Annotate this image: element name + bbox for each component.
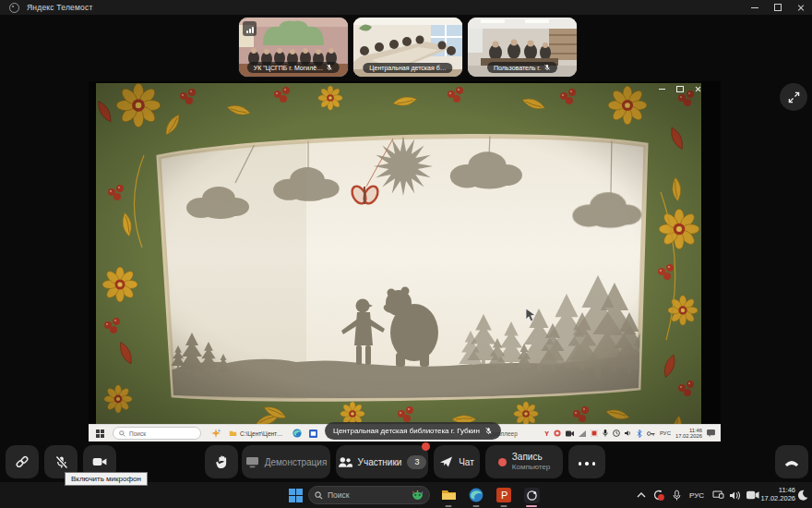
participant-thumb-2[interactable]: Центральная детская б… [353, 18, 462, 77]
record-target-label: Компьютер [512, 462, 550, 472]
folder-icon [229, 429, 237, 437]
clock[interactable]: 11:46 17.02.2026 [760, 482, 795, 508]
language-indicator[interactable]: РУС [685, 482, 709, 508]
remote-open-folder-label: С:\Цент\Цент… [240, 430, 283, 437]
expand-view-button[interactable] [780, 83, 807, 111]
participants-icon [338, 456, 352, 468]
start-button[interactable] [282, 482, 308, 508]
mic-tooltip: Включить микрофон [65, 472, 148, 486]
network-icon [579, 430, 586, 437]
tray-volume-button[interactable] [727, 482, 744, 508]
running-indicator [446, 505, 452, 507]
mic-muted-icon [326, 64, 333, 71]
mic-muted-icon [484, 427, 493, 435]
telemost-window: Яндекс Телемост [0, 0, 812, 508]
remote-viewer-controls [659, 86, 701, 92]
participant-thumb-3[interactable]: Пользователь г. [468, 18, 577, 77]
telemost-app-icon [524, 488, 540, 503]
chat-button[interactable]: Чат [434, 445, 480, 478]
active-app-indicator [526, 505, 537, 507]
host-taskbar: Поиск P [0, 482, 812, 508]
remote-minimize-icon [659, 89, 665, 90]
participants-button[interactable]: Участники 3 [336, 445, 428, 478]
remote-time: 11:46 [689, 428, 702, 433]
remote-date: 17.02.2026 [675, 433, 702, 439]
remote-clock: 11:46 17.02.2026 [675, 428, 702, 440]
mic-muted-icon [54, 454, 69, 470]
key-icon [647, 430, 655, 437]
more-options-button[interactable] [568, 445, 605, 478]
language-label: РУС [689, 491, 704, 500]
chevron-up-icon [637, 492, 646, 498]
camera-icon [91, 454, 108, 469]
windows-start-icon [289, 489, 303, 502]
participant-name-pill: УК "ЦСГПБ г. Могилё… [247, 62, 340, 73]
remote-search-label: Поиск [129, 430, 146, 437]
notification-icon [707, 429, 715, 437]
remote-search-box: Поиск [113, 427, 201, 440]
copy-link-button[interactable] [6, 445, 39, 478]
search-icon [119, 430, 125, 437]
sync-recording-icon [652, 489, 665, 502]
active-speaker-pill: Центральная детская библиотека г. Губкин [325, 422, 501, 440]
powerpoint-button[interactable]: P [491, 482, 517, 508]
participant-thumb-1[interactable]: УК "ЦСГПБ г. Могилё… [239, 18, 348, 77]
running-indicator [473, 505, 480, 507]
telemost-logo-icon [9, 3, 19, 13]
mic-muted-icon [543, 64, 551, 71]
speaker-icon [730, 490, 741, 501]
participant-name-pill: Пользователь г. [487, 62, 557, 73]
tray-camera-button[interactable] [744, 482, 762, 508]
mic-icon [673, 490, 681, 502]
record-button[interactable]: Запись Компьютер [485, 445, 563, 478]
edge-button[interactable] [463, 482, 489, 508]
remote-language-indicator: РУС [660, 430, 671, 436]
remote-speaker-icon [625, 429, 632, 437]
telemost-app-button[interactable] [519, 482, 544, 508]
tray-mic-button[interactable] [668, 482, 685, 508]
remote-open-folder-item: С:\Цент\Цент… [229, 429, 283, 437]
active-speaker-name: Центральная детская библиотека г. Губкин [333, 427, 480, 435]
remote-camera-icon [566, 430, 574, 437]
shadow-theater-image [89, 81, 721, 424]
close-icon[interactable] [797, 4, 805, 11]
participants-alert-dot [422, 442, 430, 451]
remote-mic-icon [603, 429, 608, 437]
edge-icon [293, 429, 302, 438]
window-title: Яндекс Телемост [27, 3, 93, 12]
participants-count-badge: 3 [407, 455, 426, 469]
participant-name-pill: Центральная детская б… [363, 63, 452, 73]
tray-sync-button[interactable] [650, 482, 668, 508]
participant-name: УК "ЦСГПБ г. Могилё… [254, 65, 323, 71]
record-label: Запись [512, 452, 543, 462]
participant-name: Центральная детская б… [369, 65, 446, 71]
screenshare-button[interactable]: Демонстрация [242, 445, 330, 478]
yandex-browser-icon: Y [544, 430, 549, 437]
focus-assist-button[interactable] [794, 482, 812, 508]
taskbar-search-label: Поиск [328, 490, 350, 500]
title-bar: Яндекс Телемост [0, 0, 812, 15]
participants-label: Участники [358, 457, 402, 467]
copilot-sparkle-icon [210, 428, 221, 439]
tray-display-button[interactable] [709, 482, 727, 508]
participant-name: Пользователь г. [494, 65, 541, 71]
globe-icon [554, 429, 561, 437]
folder-icon [441, 489, 457, 502]
hangup-button[interactable] [775, 445, 808, 478]
taskbar-search-box[interactable]: Поиск [308, 486, 430, 504]
phone-hangup-icon [783, 456, 800, 467]
widget-icon [591, 429, 598, 437]
search-icon [315, 491, 323, 500]
edge-icon [469, 488, 484, 502]
remote-start-icon [96, 429, 104, 438]
remote-close-icon [695, 86, 701, 92]
file-explorer-button[interactable] [436, 482, 461, 508]
hand-icon [215, 454, 229, 469]
minimize-icon[interactable] [751, 7, 758, 8]
link-icon [15, 454, 30, 469]
raise-hand-button[interactable] [205, 445, 238, 478]
word-app-icon [309, 429, 317, 438]
maximize-icon[interactable] [774, 4, 782, 11]
tray-overflow-button[interactable] [633, 482, 650, 508]
expand-icon [788, 91, 800, 103]
